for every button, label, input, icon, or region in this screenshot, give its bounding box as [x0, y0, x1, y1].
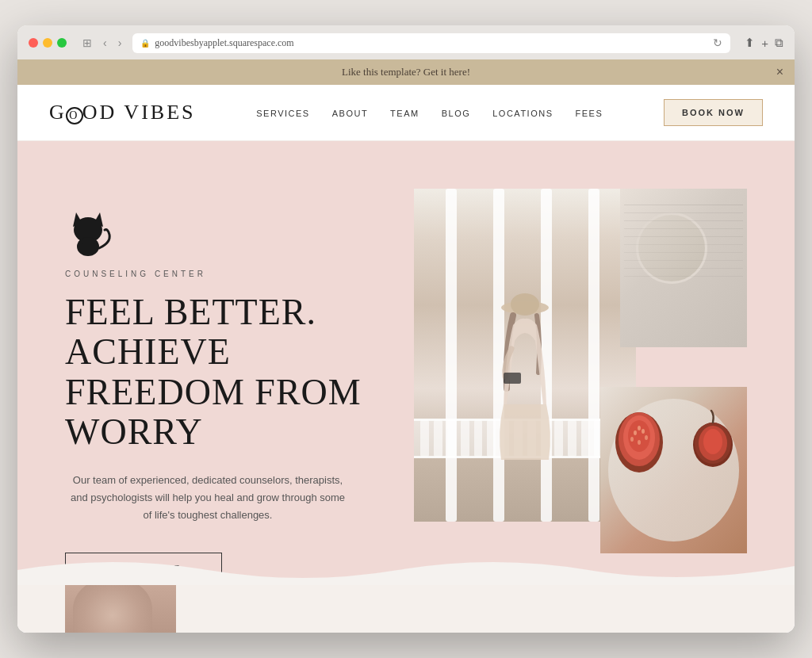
pillar-4	[588, 189, 599, 522]
svg-rect-7	[504, 373, 521, 384]
hero-body-text: Our team of experienced, dedicated couns…	[65, 472, 350, 524]
hero-wave	[17, 546, 795, 585]
browser-actions: ⬆ + ⧉	[745, 36, 783, 50]
nav-link-services[interactable]: SERVICES	[256, 109, 309, 118]
nav-link-fees[interactable]: FEES	[576, 109, 603, 118]
nav-item-services[interactable]: SERVICES	[256, 105, 309, 120]
banner-text: Like this template? Get it here!	[342, 66, 470, 78]
line-4	[624, 228, 743, 229]
logo-circle-o: O	[66, 107, 83, 124]
logo-text: OD VIBES	[82, 101, 196, 124]
browser-window: ⊞ ‹ › 🔒 goodvibesbyapplet.squarespace.co…	[17, 25, 795, 633]
tabs-overview-button[interactable]: ⧉	[775, 36, 783, 50]
nav-item-about[interactable]: ABOUT	[332, 105, 368, 120]
address-bar[interactable]: 🔒 goodvibesbyapplet.squarespace.com ↻	[132, 33, 730, 53]
below-fold-section	[17, 585, 795, 633]
architectural-bg	[620, 189, 747, 347]
svg-point-15	[630, 437, 634, 442]
new-tab-button[interactable]: +	[761, 36, 768, 50]
line-3	[624, 220, 743, 221]
portrait-shape	[73, 585, 152, 633]
nav-link-about[interactable]: ABOUT	[332, 109, 368, 118]
close-window-button[interactable]	[29, 38, 38, 48]
sidebar-toggle-button[interactable]: ⊞	[79, 35, 95, 51]
line-8	[624, 260, 743, 261]
line-7	[624, 252, 743, 253]
hero-secondary-photo	[620, 189, 747, 347]
hero-left-content: COUNSELING CENTER FEEL BETTER. ACHIEVE F…	[65, 189, 382, 586]
hero-tertiary-photo	[600, 387, 747, 553]
pillar-1	[446, 189, 457, 522]
svg-point-14	[638, 426, 641, 430]
fig-2	[688, 407, 739, 470]
banner-close-button[interactable]: ×	[776, 65, 783, 79]
hero-subtitle: COUNSELING CENTER	[65, 270, 382, 278]
svg-rect-4	[82, 239, 94, 244]
line-10	[624, 276, 743, 277]
url-text: goodvibesbyapplet.squarespace.com	[155, 37, 293, 49]
hero-headline: FEEL BETTER. ACHIEVE FREEDOM FROM WORRY	[65, 293, 382, 453]
below-fold-photo	[65, 585, 176, 633]
browser-controls: ⊞ ‹ ›	[79, 35, 124, 51]
lock-icon: 🔒	[140, 39, 150, 48]
headline-line-1: FEEL BETTER. ACHIEVE	[65, 292, 316, 373]
svg-point-13	[642, 429, 645, 434]
refresh-icon[interactable]: ↻	[713, 36, 722, 50]
announcement-banner: Like this template? Get it here! ×	[17, 59, 795, 85]
book-now-button[interactable]: BOOK NOW	[664, 99, 763, 126]
hero-photo-collage	[414, 189, 747, 569]
nav-item-fees[interactable]: FEES	[576, 105, 603, 120]
website-content: Like this template? Get it here! × GOOD …	[17, 59, 795, 633]
hero-tertiary-photo-inner	[600, 387, 747, 553]
share-button[interactable]: ⬆	[745, 36, 755, 50]
nav-links-list: SERVICES ABOUT TEAM BLOG LOCATIONS FEES	[256, 105, 603, 120]
traffic-lights	[29, 38, 67, 48]
woman-silhouette	[489, 285, 561, 468]
browser-chrome: ⊞ ‹ › 🔒 goodvibesbyapplet.squarespace.co…	[17, 25, 795, 59]
nav-item-team[interactable]: TEAM	[390, 105, 419, 120]
maximize-window-button[interactable]	[57, 38, 67, 48]
nav-item-locations[interactable]: LOCATIONS	[492, 105, 553, 120]
line-9	[624, 268, 743, 269]
plate-shape	[636, 212, 707, 284]
back-button[interactable]: ‹	[100, 35, 110, 51]
line-6	[624, 244, 743, 245]
line-1	[624, 205, 743, 205]
nav-link-blog[interactable]: BLOG	[442, 109, 471, 118]
headline-line-2: FREEDOM FROM WORRY	[65, 372, 362, 453]
forward-button[interactable]: ›	[115, 35, 125, 51]
minimize-window-button[interactable]	[43, 38, 52, 48]
nav-link-team[interactable]: TEAM	[390, 109, 419, 118]
hero-content: COUNSELING CENTER FEEL BETTER. ACHIEVE F…	[65, 189, 747, 586]
svg-point-6	[511, 293, 539, 316]
svg-point-21	[703, 429, 722, 454]
cat-icon	[65, 205, 113, 260]
site-logo[interactable]: GOOD VIBES	[49, 101, 195, 124]
below-fold-image	[65, 585, 176, 633]
nav-link-locations[interactable]: LOCATIONS	[492, 109, 553, 118]
svg-point-17	[638, 440, 641, 445]
main-navigation: GOOD VIBES SERVICES ABOUT TEAM BLOG LOCA…	[17, 85, 795, 141]
fig-1	[610, 403, 669, 474]
hero-secondary-photo-inner	[620, 189, 747, 347]
nav-item-blog[interactable]: BLOG	[442, 105, 471, 120]
line-2	[624, 212, 743, 213]
line-5	[624, 236, 743, 237]
hero-section: COUNSELING CENTER FEEL BETTER. ACHIEVE F…	[17, 141, 795, 586]
svg-point-16	[645, 435, 648, 440]
svg-point-12	[634, 430, 637, 435]
